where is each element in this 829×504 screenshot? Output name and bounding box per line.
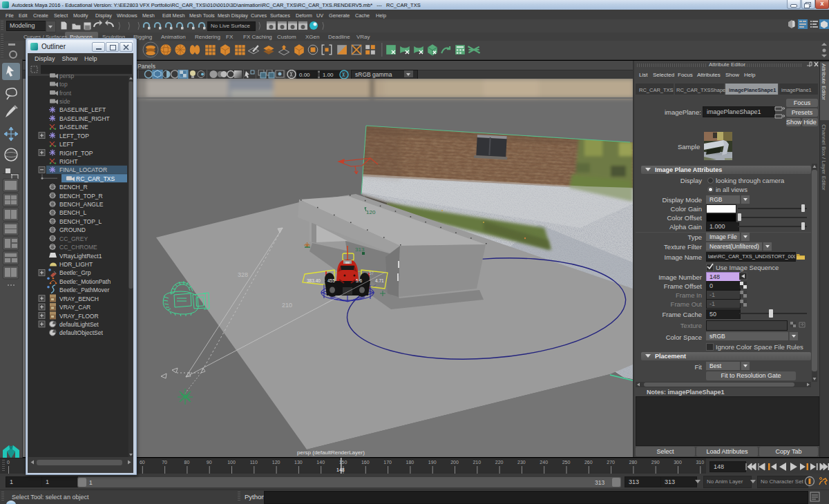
svg-text:VRAY_FLOOR: VRAY_FLOOR — [59, 313, 99, 320]
svg-text:260: 260 — [584, 460, 593, 465]
svg-text:150: 150 — [339, 460, 347, 465]
svg-text:220: 220 — [495, 460, 504, 465]
svg-text:RC_CAR_TXS: RC_CAR_TXS — [76, 175, 115, 182]
svg-text:328: 328 — [238, 271, 248, 278]
svg-text:170: 170 — [383, 460, 392, 465]
svg-text:BENCH_R: BENCH_R — [59, 184, 88, 191]
svg-text:Beetle:_PathMover: Beetle:_PathMover — [59, 287, 109, 293]
svg-text:CC_GREY: CC_GREY — [59, 235, 88, 242]
svg-text:310: 310 — [696, 460, 704, 465]
svg-text:60: 60 — [140, 460, 145, 465]
svg-text:Beetle:_MotionPath: Beetle:_MotionPath — [59, 278, 111, 285]
svg-text:GROUND: GROUND — [59, 226, 86, 233]
svg-text:front: front — [59, 90, 72, 97]
svg-text:BENCH_TOP_L: BENCH_TOP_L — [59, 218, 102, 225]
svg-text:70: 70 — [162, 460, 167, 465]
svg-text:110: 110 — [250, 460, 258, 465]
svg-text:LEFT: LEFT — [59, 141, 74, 148]
svg-text:148: 148 — [336, 467, 345, 472]
svg-text:230: 230 — [517, 460, 526, 465]
svg-text:90: 90 — [207, 460, 212, 465]
svg-text:persp: persp — [59, 72, 75, 79]
svg-text:240: 240 — [540, 460, 548, 465]
svg-text:270: 270 — [607, 460, 615, 465]
svg-text:RIGHT_TOP: RIGHT_TOP — [59, 150, 93, 157]
svg-text:RIGHT: RIGHT — [59, 158, 77, 165]
svg-text:CC_CHROME: CC_CHROME — [59, 244, 97, 251]
svg-text:300: 300 — [674, 460, 682, 465]
svg-text:LEFT_TOP: LEFT_TOP — [59, 133, 89, 139]
svg-text:180: 180 — [406, 460, 414, 465]
svg-text:VRAY_BENCH: VRAY_BENCH — [59, 295, 99, 302]
svg-text:290: 290 — [651, 460, 660, 465]
svg-text:Beetle:_Grp: Beetle:_Grp — [59, 269, 91, 276]
svg-text:FINAL_LOCATOR: FINAL_LOCATOR — [59, 166, 107, 173]
svg-text:313: 313 — [355, 246, 365, 253]
svg-text:top: top — [59, 81, 68, 88]
svg-text:210: 210 — [282, 302, 292, 309]
svg-text:80: 80 — [184, 460, 190, 465]
svg-text:160: 160 — [361, 460, 370, 465]
svg-text:250: 250 — [562, 460, 571, 465]
svg-text:5.6: 5.6 — [356, 278, 362, 283]
svg-text:side: side — [59, 98, 70, 105]
svg-text:455: 455 — [327, 278, 335, 283]
svg-text:4.71: 4.71 — [375, 278, 384, 283]
svg-text:130: 130 — [294, 460, 303, 465]
svg-text:defaultObjectSet: defaultObjectSet — [59, 329, 103, 336]
svg-text:BASELINE_LEFT: BASELINE_LEFT — [59, 106, 106, 113]
svg-text:BASELINE: BASELINE — [59, 124, 88, 130]
svg-text:HDR_LIGHT: HDR_LIGHT — [59, 261, 93, 268]
svg-text:200: 200 — [450, 460, 459, 465]
svg-text:BASELINE_RIGHT: BASELINE_RIGHT — [59, 115, 110, 122]
svg-text:140: 140 — [316, 460, 325, 465]
svg-text:BENCH_ANGLE: BENCH_ANGLE — [59, 201, 104, 208]
svg-text:VRAY_CAR: VRAY_CAR — [59, 304, 90, 311]
svg-text:120: 120 — [272, 460, 280, 465]
svg-text:190: 190 — [428, 460, 437, 465]
svg-text:defaultLightSet: defaultLightSet — [59, 321, 99, 328]
svg-text:210: 210 — [473, 460, 481, 465]
svg-text:57: 57 — [369, 271, 374, 275]
svg-text:120: 120 — [366, 209, 376, 215]
svg-text:VRayLightRect1: VRayLightRect1 — [59, 253, 102, 260]
svg-text:BENCH_TOP_R: BENCH_TOP_R — [59, 193, 103, 200]
svg-text:100: 100 — [227, 460, 236, 465]
svg-text:280: 280 — [629, 460, 638, 465]
svg-text:0: 0 — [7, 460, 10, 465]
svg-text:383.40: 383.40 — [307, 278, 321, 283]
svg-text:BENCH_L: BENCH_L — [59, 209, 86, 216]
